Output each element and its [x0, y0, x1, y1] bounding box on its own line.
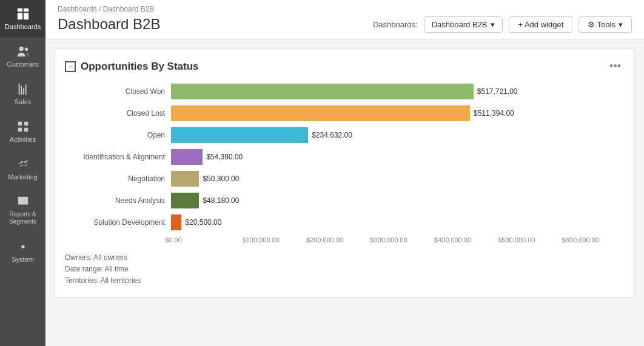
- breadcrumb: Dashboards / Dashboard B2B: [58, 5, 632, 13]
- x-axis-label: $600,000.00: [549, 236, 612, 244]
- bar-row: Needs Analysis$48,180.00: [71, 193, 619, 208]
- footer-territories: Territories: All territories: [65, 275, 625, 287]
- bar-value: $48,180.00: [203, 196, 239, 205]
- bar-label: Closed Won: [71, 87, 171, 96]
- sidebar-item-sales-label: Sales: [15, 98, 32, 105]
- dashboard-select-button[interactable]: Dashboard B2B ▾: [424, 16, 503, 33]
- system-icon: [16, 240, 30, 253]
- bar-value: $234,632.00: [312, 131, 352, 139]
- widget-title: Opportunities By Status: [81, 61, 199, 73]
- x-axis-label: $0.00: [165, 236, 229, 244]
- activities-icon: [16, 120, 30, 133]
- bar-label: Needs Analysis: [71, 196, 171, 205]
- bar-row: Closed Won$517,721.00: [71, 84, 619, 99]
- widget-menu-dots: •••: [609, 60, 621, 72]
- sidebar-item-customers[interactable]: Customers: [0, 38, 45, 75]
- add-widget-label: + Add widget: [518, 20, 563, 29]
- x-axis-label: $300,000.00: [357, 236, 420, 244]
- svg-point-10: [21, 245, 25, 248]
- x-axis-label: $400,000.00: [421, 236, 485, 244]
- dashboards-dropdown-label: Dashboards:: [373, 20, 418, 29]
- sidebar-item-activities[interactable]: Activities: [0, 113, 45, 150]
- bar-value: $54,390.00: [206, 153, 243, 161]
- bar-container: $54,390.00: [171, 149, 619, 165]
- sidebar-item-dashboards[interactable]: Dashboards: [0, 0, 45, 38]
- svg-point-4: [19, 47, 23, 51]
- sidebar-item-reports[interactable]: Reports & Segments: [0, 188, 45, 233]
- main-content: Dashboards / Dashboard B2B Dashboard B2B…: [45, 0, 644, 346]
- dashboards-icon: [16, 7, 30, 21]
- bar-label: Solution Development: [71, 218, 171, 227]
- bar-container: $50,300.00: [171, 171, 619, 187]
- bar-value: $50,300.00: [203, 175, 239, 183]
- widget-header: Opportunities By Status •••: [65, 59, 625, 74]
- marketing-icon: [16, 158, 30, 171]
- bar-container: $517,721.00: [171, 84, 619, 99]
- sidebar: Dashboards Customers Sales Activities Ma…: [0, 0, 45, 346]
- bar-row: Negotiation$50,300.00: [71, 171, 619, 187]
- sidebar-item-system[interactable]: System: [0, 233, 45, 270]
- x-axis: $0.00$100,000.00$200,000.00$300,000.00$4…: [165, 236, 625, 244]
- widget-menu-button[interactable]: •••: [606, 59, 625, 74]
- svg-rect-2: [17, 13, 22, 19]
- svg-rect-8: [18, 128, 21, 131]
- reports-icon: [16, 195, 30, 208]
- content-area: Opportunities By Status ••• Closed Won$5…: [45, 39, 644, 346]
- sales-icon: [16, 82, 30, 96]
- footer-owners: Owners: All owners: [65, 252, 625, 264]
- svg-rect-9: [24, 128, 27, 131]
- footer-date-range: Date range: All time: [65, 264, 625, 275]
- bar-value: $20,500.00: [185, 218, 221, 227]
- sidebar-item-sales[interactable]: Sales: [0, 75, 45, 113]
- bar-container: $234,632.00: [171, 127, 619, 143]
- sidebar-item-marketing[interactable]: Marketing: [0, 150, 45, 188]
- widget-title-row: Opportunities By Status: [65, 61, 199, 73]
- tools-chevron-icon: ▾: [619, 20, 623, 29]
- page-title: Dashboard B2B: [58, 16, 160, 33]
- bar-label: Negotiation: [71, 175, 171, 183]
- bar-visual: [171, 171, 199, 187]
- bar-container: $20,500.00: [171, 215, 619, 230]
- collapse-widget-button[interactable]: [65, 61, 76, 72]
- bar-row: Identification & Alignment$54,390.00: [71, 149, 619, 165]
- svg-rect-3: [23, 13, 28, 19]
- tools-label: ⚙ Tools: [588, 20, 615, 29]
- bar-visual: [171, 105, 470, 121]
- bar-label: Closed Lost: [71, 109, 171, 118]
- header-actions: Dashboards: Dashboard B2B ▾ + Add widget…: [373, 16, 632, 33]
- bar-value: $511,394.00: [474, 109, 514, 118]
- chevron-down-icon: ▾: [491, 20, 495, 29]
- bar-value: $517,721.00: [477, 87, 518, 96]
- sidebar-item-system-label: System: [12, 256, 34, 263]
- bar-container: $511,394.00: [171, 105, 619, 121]
- bar-label: Open: [71, 131, 171, 139]
- sidebar-item-dashboards-label: Dashboards: [5, 23, 41, 30]
- bar-label: Identification & Alignment: [71, 153, 171, 161]
- chart-footer: Owners: All owners Date range: All time …: [65, 252, 625, 287]
- tools-button[interactable]: ⚙ Tools ▾: [579, 16, 632, 33]
- header: Dashboards / Dashboard B2B Dashboard B2B…: [45, 0, 644, 39]
- sidebar-item-marketing-label: Marketing: [8, 173, 37, 181]
- bar-visual: [171, 127, 308, 143]
- bar-row: Open$234,632.00: [71, 127, 619, 143]
- bar-row: Solution Development$20,500.00: [71, 215, 619, 230]
- x-axis-label: $500,000.00: [485, 236, 548, 244]
- svg-rect-6: [18, 122, 21, 125]
- svg-rect-7: [24, 122, 27, 125]
- customers-icon: [16, 45, 30, 58]
- x-axis-label: $100,000.00: [229, 236, 292, 244]
- bar-container: $48,180.00: [171, 193, 619, 208]
- svg-rect-0: [17, 8, 22, 12]
- svg-point-5: [24, 48, 28, 52]
- add-widget-button[interactable]: + Add widget: [509, 16, 572, 33]
- chart-area: Closed Won$517,721.00Closed Lost$511,394…: [65, 84, 625, 230]
- bar-visual: [171, 193, 199, 208]
- header-row: Dashboard B2B Dashboards: Dashboard B2B …: [58, 16, 632, 33]
- sidebar-item-reports-label: Reports & Segments: [2, 211, 43, 225]
- bar-visual: [171, 84, 474, 99]
- sidebar-item-customers-label: Customers: [7, 61, 39, 68]
- sidebar-item-activities-label: Activities: [10, 136, 36, 143]
- bar-visual: [171, 215, 181, 230]
- svg-rect-1: [23, 8, 28, 12]
- dashboard-select-value: Dashboard B2B: [432, 20, 488, 29]
